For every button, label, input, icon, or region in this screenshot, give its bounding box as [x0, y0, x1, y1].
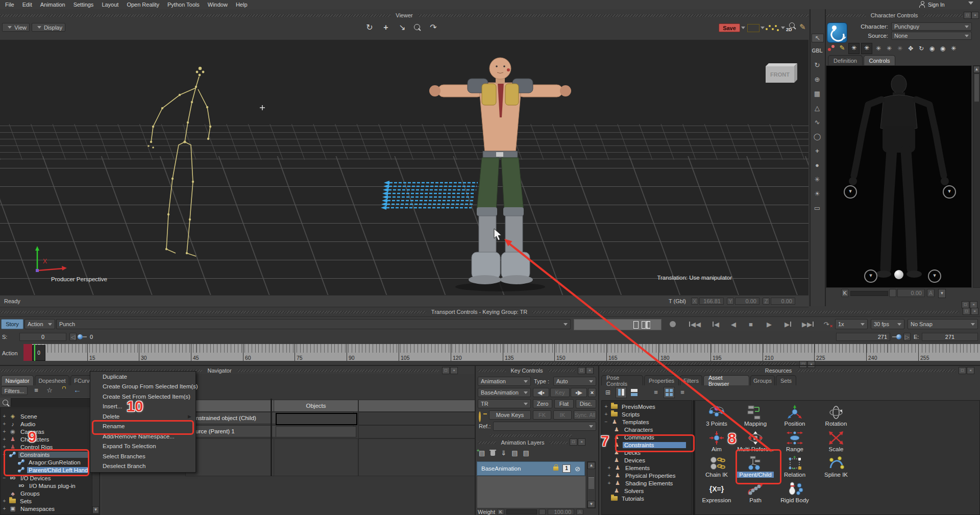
add-tool-icon[interactable]: + [811, 147, 824, 155]
figure-c-icon[interactable]: ✳ [895, 45, 904, 52]
tab-dopesheet[interactable]: Dopesheet [35, 375, 69, 385]
clip-field[interactable]: Punch [56, 319, 571, 329]
character-controls-close-icon[interactable]: × [971, 12, 979, 19]
asset-spline-ik[interactable]: Spline IK [815, 456, 857, 478]
menu-item-select-branches[interactable]: Select Branches [90, 451, 195, 461]
record-button[interactable] [670, 321, 676, 327]
menu-animation[interactable]: Animation [40, 2, 65, 8]
menu-item-deselect-branch[interactable]: Deselect Branch [90, 461, 195, 472]
spin-right-button[interactable]: ▷ [903, 333, 911, 341]
prev-key-button[interactable]: ◀● [533, 388, 549, 397]
foot-left-button[interactable]: ▾ [864, 269, 877, 283]
x-value[interactable]: 166.81 [699, 298, 724, 305]
zero-button[interactable]: Zero [533, 399, 552, 408]
base-animation-layer-row[interactable]: BaseAnimation 1 ⊘ [477, 461, 585, 476]
asset-3-points[interactable]: 3 Points [695, 405, 738, 427]
layer-list-area[interactable] [477, 476, 586, 508]
disc-button[interactable]: Disc. [576, 399, 596, 408]
key-controls-dock-icon[interactable]: □ [578, 367, 585, 374]
sphere-tool-icon[interactable]: ◯ [811, 133, 824, 140]
menu-layout[interactable]: Layout [102, 2, 118, 8]
weight-a-button[interactable]: A [576, 509, 583, 515]
menu-python-tools[interactable]: Python Tools [167, 2, 200, 8]
tab-filters[interactable]: Filters [680, 375, 702, 385]
asset-rigid-body[interactable]: Rigid Body [773, 481, 816, 503]
menu-item-rename[interactable]: Rename [90, 422, 195, 432]
source-select[interactable]: None [891, 32, 972, 40]
character-controls-scrollbar[interactable]: ▲ [973, 65, 980, 288]
cc-value-field[interactable]: 0.00 [897, 289, 925, 297]
fps-select[interactable]: 30 fps [871, 319, 904, 329]
cc-min-icon[interactable]: □ [962, 301, 969, 308]
flat-button[interactable]: Flat [554, 399, 574, 408]
split-view-icon[interactable] [616, 387, 627, 398]
animation-mode-button[interactable]: Animation [478, 377, 531, 386]
figure-move-icon[interactable]: ✥ [906, 45, 915, 52]
pane-double-icon[interactable] [642, 321, 646, 329]
ik-blend-icon[interactable]: △ [811, 104, 824, 112]
source-parent-cell[interactable] [276, 426, 356, 437]
weight-slider[interactable] [506, 509, 537, 514]
asset-relation[interactable]: +− Relation [773, 456, 816, 478]
end-knob[interactable] [896, 334, 901, 339]
ik-button[interactable]: IK [553, 410, 572, 420]
step-forward-button[interactable]: ▶ [781, 319, 795, 329]
link-tool-icon[interactable]: ✳ [811, 176, 824, 183]
ctrl-rig-figure-icon[interactable]: ✳ [861, 43, 872, 54]
rotate-left-button[interactable]: ▾ [844, 185, 857, 199]
resources-dock-icon[interactable]: □ [959, 367, 966, 374]
merge-layer-icon[interactable]: ⇓ [501, 449, 506, 457]
loop-toggle-icon[interactable]: ↷× [820, 319, 833, 329]
viewport-3d[interactable]: FRONT [0, 40, 808, 295]
dot-tool-icon[interactable]: ● [811, 161, 824, 169]
move-keys-button[interactable]: Move Keys [489, 410, 531, 420]
translate-tool-icon[interactable]: ⊕ [811, 76, 824, 83]
tab-controls[interactable]: Controls [864, 55, 895, 65]
stop-button[interactable]: ■ [744, 319, 757, 329]
tab-sets[interactable]: Sets [776, 375, 796, 385]
new-layer-icon[interactable]: ▤+ [479, 449, 485, 457]
menu-item-duplicate[interactable]: Duplicate [90, 372, 195, 382]
com-ball-control[interactable] [894, 270, 903, 279]
keying-caret-icon[interactable] [781, 27, 785, 31]
asset-parent-child[interactable]: Parent/Child [734, 456, 777, 478]
pan-icon[interactable]: + [381, 23, 391, 32]
foot-right-button[interactable]: ▾ [928, 269, 941, 283]
key-controls-close-icon[interactable]: × [586, 367, 594, 374]
layer-badge[interactable]: 1 [562, 464, 571, 473]
y-value[interactable]: 0.00 [735, 298, 760, 305]
pin-left-icon[interactable]: ◉ [927, 45, 937, 52]
asset-path[interactable]: Path [734, 481, 777, 503]
filters-button[interactable]: Filters... [1, 386, 28, 395]
half-view-icon[interactable] [630, 388, 639, 397]
figure-b-icon[interactable]: ✳ [885, 45, 894, 52]
fk-button[interactable]: FK [533, 410, 551, 420]
select-drag-icon[interactable]: ↘ [397, 22, 407, 32]
z-value[interactable]: 0.00 [771, 298, 795, 305]
asset-chain-ik[interactable]: Chain IK [695, 456, 738, 478]
character-select[interactable]: Punchguy [891, 22, 972, 31]
resources-close-icon[interactable]: × [967, 367, 974, 374]
delete-key-button[interactable]: × [588, 388, 596, 397]
timeline-knob[interactable] [78, 334, 83, 339]
character-figure-icon[interactable]: ✳ [848, 43, 860, 54]
asset-range[interactable]: Range [773, 430, 816, 452]
list-view-icon[interactable]: ≡ [651, 388, 660, 397]
ruler-caret-icon[interactable] [761, 27, 765, 31]
pen-tool-icon[interactable]: ✎ [799, 22, 806, 32]
pen-icon[interactable]: ✎ [838, 44, 847, 53]
arc-rotate-icon[interactable]: ↷ [428, 22, 439, 32]
asset-position[interactable]: Position [773, 405, 816, 427]
red-dots-icon[interactable] [827, 44, 836, 53]
animation-layers-close-icon[interactable]: × [578, 438, 585, 446]
tab-properties[interactable]: Properties [644, 375, 679, 385]
asset-grid[interactable]: 3 Points Mapping Position Rotation Aim M… [695, 400, 980, 515]
transport-dock-icon[interactable]: □ [963, 308, 970, 315]
character-control-view[interactable]: ▾ ▾ ▾ ▾ [826, 65, 972, 288]
tab-pose-controls[interactable]: Pose Controls [601, 375, 643, 385]
pin-right-icon[interactable]: ◉ [938, 45, 947, 52]
menu-item-namespace[interactable]: Add/Remove Namespace... [90, 431, 195, 442]
asset-tree[interactable]: +PrevisMoves +Scripts −♟Templates ♟Chara… [601, 400, 692, 515]
menu-edit[interactable]: Edit [22, 2, 32, 8]
menu-settings[interactable]: Settings [74, 2, 94, 8]
